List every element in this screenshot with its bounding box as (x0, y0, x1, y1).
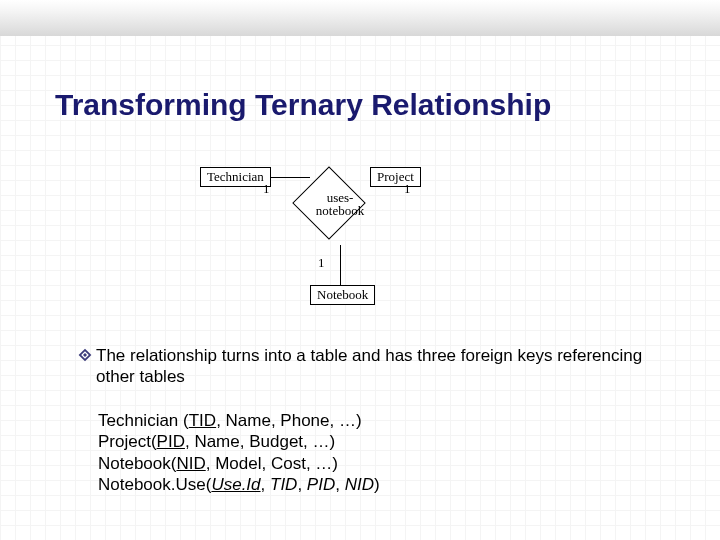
cardinality-notebook: 1 (318, 255, 325, 271)
cardinality-technician: 1 (263, 181, 270, 197)
bullet-text: The relationship turns into a table and … (96, 345, 656, 388)
diamond-bullet-icon (78, 348, 96, 366)
schema-technician: Technician (TID, Name, Phone, …) (98, 410, 380, 431)
relationship-label: uses- notebook (305, 191, 375, 217)
bullet-point: The relationship turns into a table and … (78, 345, 656, 388)
cardinality-project: 1 (404, 181, 411, 197)
schema-project: Project(PID, Name, Budget, …) (98, 431, 380, 452)
er-diagram: uses- notebook Technician Project Notebo… (200, 155, 480, 325)
slide-title: Transforming Ternary Relationship (55, 88, 551, 122)
entity-technician: Technician (200, 167, 271, 187)
schema-notebook-use: Notebook.Use(Use.Id, TID, PID, NID) (98, 474, 380, 495)
entity-project: Project (370, 167, 421, 187)
schema-notebook: Notebook(NID, Model, Cost, …) (98, 453, 380, 474)
entity-notebook: Notebook (310, 285, 375, 305)
schema-block: Technician (TID, Name, Phone, …) Project… (98, 410, 380, 495)
